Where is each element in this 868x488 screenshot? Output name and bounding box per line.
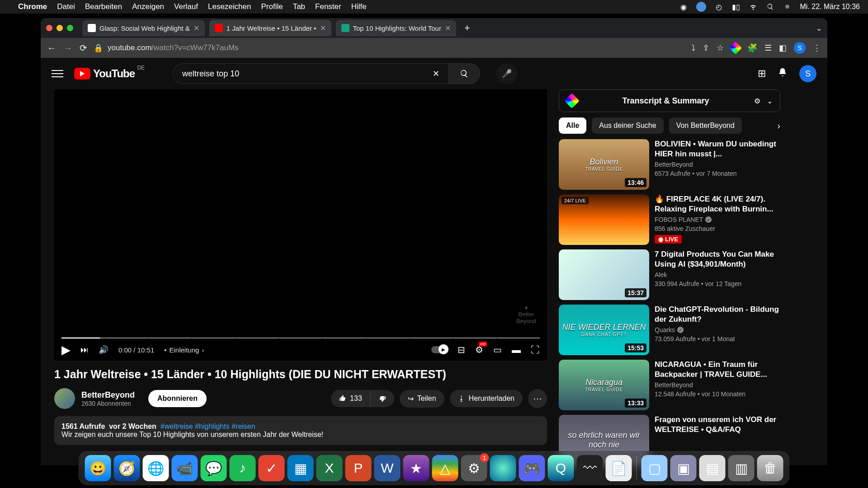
dock-word[interactable]: W (374, 455, 401, 481)
chips-scroll-right-icon[interactable]: › (777, 121, 780, 131)
dislike-button[interactable] (371, 390, 394, 407)
youtube-logo[interactable]: YouTube DE (74, 67, 135, 80)
extension-glasp-icon[interactable] (729, 42, 742, 54)
share-icon[interactable]: ⇪ (703, 43, 709, 53)
dock-app-blue[interactable] (490, 455, 516, 481)
sidepanel-icon[interactable]: ◧ (779, 43, 787, 53)
reading-list-icon[interactable]: ☰ (764, 43, 772, 53)
dock-folder-2[interactable]: ▣ (670, 455, 697, 481)
spotlight-icon[interactable] (766, 2, 775, 11)
fullscreen-icon[interactable]: ⛶ (531, 345, 540, 355)
notifications-icon[interactable] (778, 67, 788, 80)
dock-app-light[interactable]: 📄 (606, 455, 632, 481)
dock-chrome[interactable]: 🌐 (143, 455, 169, 481)
transcript-summary-panel[interactable]: Transcript & Summary ⚙ ⌄ (559, 89, 780, 112)
profile-avatar[interactable]: S (794, 42, 806, 54)
theater-mode-icon[interactable]: ▬ (512, 345, 521, 355)
chip-aus-deiner-suche[interactable]: Aus deiner Suche (592, 117, 663, 134)
browser-tab[interactable]: 1 Jahr Weltreise • 15 Länder • ✕ (209, 20, 331, 36)
dock-whatsapp[interactable]: 💬 (201, 455, 227, 481)
app-name[interactable]: Chrome (18, 2, 47, 11)
menubar-datetime[interactable]: Mi. 22. März 10:36 (800, 3, 860, 11)
dock-safari[interactable]: 🧭 (114, 455, 140, 481)
download-button[interactable]: ⭳ Herunterladen (450, 390, 523, 407)
dock-zoom[interactable]: 📹 (172, 455, 198, 481)
channel-name[interactable]: BetterBeyond (81, 390, 135, 400)
menu-bearbeiten[interactable]: Bearbeiten (85, 2, 122, 11)
install-app-icon[interactable]: ⤵ (691, 43, 695, 53)
recommendation-item[interactable]: NIE WIEDER LERNENDANK CHAT-GPT?15:53Die … (559, 305, 780, 355)
play-button[interactable]: ▶ (61, 343, 71, 357)
dock-trello[interactable]: ▦ (288, 455, 314, 481)
recommendation-item[interactable]: NicaraguaTRAVEL GUIDE13:33NICARAGUA • Ei… (559, 360, 780, 410)
tab-close-icon[interactable]: ✕ (193, 24, 199, 33)
dock-spotify[interactable]: ♪ (230, 455, 256, 481)
more-actions-button[interactable]: ⋯ (528, 389, 547, 408)
menu-fenster[interactable]: Fenster (315, 2, 341, 11)
volume-icon[interactable]: 🔊 (99, 345, 108, 355)
dock-googledrive[interactable]: △ (432, 455, 458, 481)
extensions-puzzle-icon[interactable]: 🧩 (747, 43, 757, 53)
window-maximize-button[interactable] (67, 25, 73, 31)
record-icon[interactable]: ◉ (679, 2, 688, 11)
chip-alle[interactable]: Alle (559, 117, 586, 134)
back-button[interactable]: ← (47, 43, 56, 53)
chapter-label[interactable]: • Einleitung › (164, 346, 204, 354)
dock-powerpoint[interactable]: P (345, 455, 372, 481)
dock-imovie[interactable]: ★ (403, 455, 429, 481)
dock-finder[interactable]: 😀 (85, 455, 111, 481)
dock-excel[interactable]: X (316, 455, 343, 481)
dock-folder-4[interactable]: ▥ (728, 455, 755, 481)
reload-button[interactable]: ⟳ (80, 42, 87, 53)
clear-search-icon[interactable]: ✕ (433, 69, 439, 79)
battery-icon[interactable]: ▮▯ (731, 2, 741, 11)
settings-icon[interactable]: ⚙HD (475, 344, 483, 355)
menu-lesezeichen[interactable]: Lesezeichen (208, 2, 251, 11)
gear-icon[interactable]: ⚙ (754, 97, 760, 105)
dock-discord[interactable]: 🎮 (519, 455, 545, 481)
subscribe-button[interactable]: Abonnieren (148, 390, 207, 407)
menu-hilfe[interactable]: Hilfe (351, 2, 367, 11)
browser-tab[interactable]: Top 10 Highlights: World Tour ✕ (336, 20, 456, 36)
video-player[interactable]: ♦BetterBeyond ▶ ⏭ 🔊 0:00 / 10:51 • Einle… (54, 89, 547, 361)
dock-todoist[interactable]: ✓ (259, 455, 285, 481)
hamburger-menu-icon[interactable] (52, 70, 63, 77)
autoplay-toggle[interactable] (431, 346, 448, 353)
menu-tab[interactable]: Tab (293, 2, 305, 11)
menu-profile[interactable]: Profile (261, 2, 283, 11)
miniplayer-icon[interactable]: ▭ (493, 344, 502, 355)
channel-block[interactable]: BetterBeyond 2630 Abonnenten (54, 388, 135, 409)
browser-tab[interactable]: Glasp: Social Web Highlight & ✕ (82, 20, 205, 36)
chevron-down-icon[interactable]: ⌄ (767, 97, 773, 105)
dock-voice-memos[interactable]: 〰 (577, 455, 603, 481)
menu-anzeigen[interactable]: Anzeigen (132, 2, 164, 11)
search-input[interactable]: weltreise top 10 ✕ (173, 63, 448, 84)
dock-folder-1[interactable]: ▢ (642, 455, 668, 481)
tab-list-button[interactable]: ⌄ (816, 24, 822, 33)
chrome-menu-icon[interactable]: ⋮ (813, 43, 821, 53)
window-close-button[interactable] (46, 25, 52, 31)
user-avatar[interactable]: S (799, 65, 816, 82)
create-icon[interactable]: ⊞ (758, 68, 766, 80)
share-button[interactable]: ↪ Teilen (400, 390, 444, 408)
search-button[interactable] (448, 63, 480, 84)
recommendation-item[interactable]: 24/7 LIVE🔥 FIREPLACE 4K (LIVE 24/7). Rel… (559, 194, 780, 245)
channel-avatar[interactable] (54, 388, 75, 409)
control-center-icon[interactable]: ≡ (783, 2, 792, 11)
video-description[interactable]: 1561 Aufrufe vor 2 Wochen #weltreise #hi… (54, 416, 547, 445)
subtitles-icon[interactable]: ⊟ (458, 344, 465, 355)
hashtags[interactable]: #weltreise #highlights #reisen (160, 422, 255, 430)
user-status-icon[interactable] (696, 2, 706, 12)
dock-settings[interactable]: ⚙1 (461, 455, 487, 481)
address-field[interactable]: 🔒 youtube.com/watch?v=cWw77k7auMs (94, 43, 685, 53)
next-button[interactable]: ⏭ (80, 345, 89, 355)
like-button[interactable]: 133 (331, 390, 370, 407)
timer-icon[interactable]: ◴ (714, 2, 723, 11)
dock-quicktime[interactable]: Q (548, 455, 574, 481)
recommendation-item[interactable]: BolivienTRAVEL GUIDE13:46BOLIVIEN • Waru… (559, 139, 780, 190)
menu-verlauf[interactable]: Verlauf (174, 2, 198, 11)
new-tab-button[interactable]: + (461, 22, 474, 34)
tab-close-icon[interactable]: ✕ (445, 24, 451, 33)
dock-folder-3[interactable]: ▤ (699, 455, 726, 481)
recommendation-item[interactable]: 15:377 Digital Products You Can Make Usi… (559, 249, 780, 300)
